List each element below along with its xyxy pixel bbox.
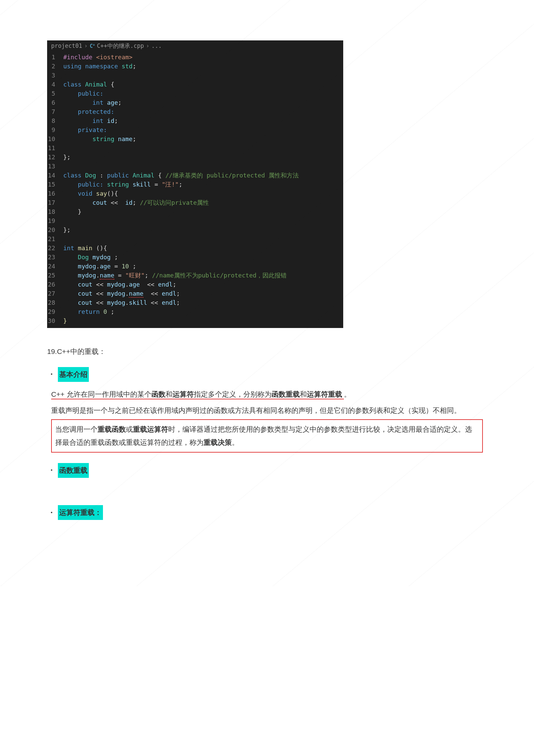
bullet-dot-icon: ・ <box>47 462 56 479</box>
line-content: int main (){ <box>63 243 343 253</box>
box-bold: 重载函数 <box>98 425 126 433</box>
code-line[interactable]: 19 <box>47 216 343 225</box>
line-number: 22 <box>47 243 63 253</box>
line-number: 8 <box>47 116 63 125</box>
line-number: 25 <box>47 271 63 280</box>
section-heading: 19.C++中的重载： <box>47 345 487 358</box>
p1-text: C++ 允许在同一作用域中的某个 <box>51 390 151 398</box>
line-content: cout << mydog.skill << endl; <box>63 298 343 307</box>
line-number: 28 <box>47 298 63 307</box>
code-line[interactable]: 14class Dog : public Animal { //继承基类的 pu… <box>47 171 343 180</box>
code-line[interactable]: 4class Animal { <box>47 80 343 89</box>
intro-heading: 基本介绍 <box>58 367 89 382</box>
code-line[interactable]: 22int main (){ <box>47 243 343 253</box>
code-line[interactable]: 24 mydog.age = 10 ; <box>47 262 343 271</box>
code-line[interactable]: 9 private: <box>47 125 343 134</box>
breadcrumb-file[interactable]: C++中的继承.cpp <box>97 42 144 51</box>
code-line[interactable]: 21 <box>47 234 343 243</box>
code-line[interactable]: 7 protected: <box>47 107 343 116</box>
line-content: cout << mydog.age << endl; <box>63 280 343 289</box>
breadcrumb: project01 › C+ C++中的继承.cpp › ... <box>47 40 343 52</box>
line-number: 29 <box>47 307 63 316</box>
line-number: 2 <box>47 62 63 71</box>
spacer <box>47 484 487 500</box>
line-number: 21 <box>47 234 63 243</box>
p1-bold: 函数 <box>151 390 166 398</box>
line-content <box>63 71 343 80</box>
line-number: 16 <box>47 189 63 198</box>
line-number: 4 <box>47 80 63 89</box>
code-editor-panel: project01 › C+ C++中的继承.cpp › ... 1#inclu… <box>47 40 343 328</box>
p1-text: 和 <box>166 390 173 398</box>
line-content <box>63 143 343 153</box>
code-line[interactable]: 5 public: <box>47 89 343 98</box>
code-line[interactable]: 3 <box>47 71 343 80</box>
box-text: 当您调用一个 <box>55 425 98 433</box>
line-content <box>63 234 343 243</box>
p1-bold: 函数重载 <box>272 390 300 398</box>
code-line[interactable]: 29 return 0 ; <box>47 307 343 316</box>
p1-bold: 运算符 <box>173 390 194 398</box>
highlight-box: 当您调用一个重载函数或重载运算符时，编译器通过把您所使用的参数类型与定义中的参数… <box>51 419 483 453</box>
line-content: void say(){ <box>63 189 343 198</box>
line-number: 9 <box>47 125 63 134</box>
line-content: cout << id; //可以访问private属性 <box>63 198 343 207</box>
code-line[interactable]: 20}; <box>47 225 343 234</box>
line-content: cout << mydog.name << endl; <box>63 289 343 298</box>
cpp-file-icon: C+ <box>90 42 95 50</box>
code-line[interactable]: 25 mydog.name = "旺财"; //name属性不为public/p… <box>47 271 343 280</box>
code-line[interactable]: 2using namespace std; <box>47 62 343 71</box>
line-content: using namespace std; <box>63 62 343 71</box>
code-line[interactable]: 10 string name; <box>47 134 343 143</box>
line-number: 11 <box>47 143 63 153</box>
line-number: 17 <box>47 198 63 207</box>
line-number: 24 <box>47 262 63 271</box>
code-line[interactable]: 11 <box>47 143 343 153</box>
chevron-right-icon: › <box>146 42 149 51</box>
code-line[interactable]: 12}; <box>47 153 343 162</box>
code-line[interactable]: 23 Dog mydog ; <box>47 253 343 262</box>
code-body[interactable]: 1#include <iostream>2using namespace std… <box>47 52 343 328</box>
line-number: 20 <box>47 225 63 234</box>
code-line[interactable]: 26 cout << mydog.age << endl; <box>47 280 343 289</box>
line-content: class Animal { <box>63 80 343 89</box>
line-content: }; <box>63 153 343 162</box>
line-number: 6 <box>47 98 63 107</box>
code-line[interactable]: 27 cout << mydog.name << endl; <box>47 289 343 298</box>
line-content: mydog.name = "旺财"; //name属性不为public/prot… <box>63 271 343 280</box>
line-number: 5 <box>47 89 63 98</box>
line-number: 15 <box>47 180 63 189</box>
p1-text: 和 <box>300 390 307 398</box>
box-text: 。 <box>232 438 239 446</box>
code-line[interactable]: 6 int age; <box>47 98 343 107</box>
code-line[interactable]: 30} <box>47 316 343 325</box>
code-line[interactable]: 1#include <iostream> <box>47 53 343 62</box>
bullet-dot-icon: ・ <box>47 366 56 383</box>
code-line[interactable]: 17 cout << id; //可以访问private属性 <box>47 198 343 207</box>
breadcrumb-tail[interactable]: ... <box>151 42 162 51</box>
line-content: mydog.age = 10 ; <box>63 262 343 271</box>
breadcrumb-folder[interactable]: project01 <box>51 42 82 51</box>
box-text: 或 <box>126 425 133 433</box>
code-line[interactable]: 15 public: string skill = "汪!"; <box>47 180 343 189</box>
line-content: public: <box>63 89 343 98</box>
line-number: 18 <box>47 207 63 216</box>
paragraph-2: 重载声明是指一个与之前已经在该作用域内声明过的函数或方法具有相同名称的声明，但是… <box>51 404 483 417</box>
line-content: string name; <box>63 134 343 143</box>
code-line[interactable]: 13 <box>47 162 343 171</box>
line-number: 14 <box>47 171 63 180</box>
p1-text: 指定多个定义，分别称为 <box>194 390 272 398</box>
code-line[interactable]: 18 } <box>47 207 343 216</box>
document-content: 19.C++中的重载： ・ 基本介绍 C++ 允许在同一作用域中的某个函数和运算… <box>47 345 487 521</box>
code-line[interactable]: 16 void say(){ <box>47 189 343 198</box>
line-number: 7 <box>47 107 63 116</box>
code-line[interactable]: 8 int id; <box>47 116 343 125</box>
p1-bold: 运算符重载 <box>307 390 342 398</box>
p1-text: 。 <box>344 390 351 398</box>
sub-heading-2: 运算符重载： <box>58 505 103 520</box>
code-line[interactable]: 28 cout << mydog.skill << endl; <box>47 298 343 307</box>
line-number: 12 <box>47 153 63 162</box>
line-content: #include <iostream> <box>63 53 343 62</box>
paragraph-1: C++ 允许在同一作用域中的某个函数和运算符指定多个定义，分别称为函数重载和运算… <box>51 388 483 401</box>
line-number: 30 <box>47 316 63 325</box>
